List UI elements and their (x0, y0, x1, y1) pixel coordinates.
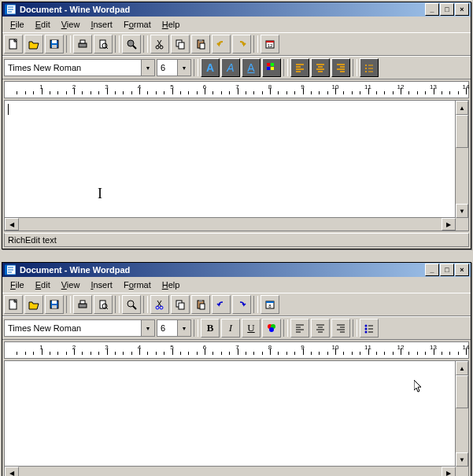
paste-button[interactable] (191, 295, 210, 314)
wordpad-window-2: Document - Wine Wordpad _ □ × File Edit … (2, 262, 471, 476)
svg-rect-37 (52, 301, 57, 304)
align-left-button[interactable] (290, 319, 309, 338)
menu-file[interactable]: File (6, 279, 29, 291)
svg-rect-4 (52, 40, 57, 43)
underline-button[interactable]: U (242, 319, 261, 338)
svg-rect-25 (267, 67, 270, 70)
bold-button[interactable]: A (201, 58, 220, 77)
ruler[interactable]: 1234567891011121314 (4, 341, 469, 359)
print-button[interactable] (73, 295, 92, 314)
font-combo[interactable]: Times New Roman ▼ (4, 59, 155, 76)
wordpad-icon (4, 264, 17, 276)
open-button[interactable] (24, 295, 43, 314)
maximize-button[interactable]: □ (440, 264, 454, 276)
save-button[interactable] (45, 35, 64, 54)
align-left-button[interactable] (290, 58, 309, 77)
text-editor[interactable]: ▲▼ ◀▶ (4, 360, 469, 476)
close-button[interactable]: × (455, 264, 469, 276)
hscrollbar[interactable]: ◀▶ (5, 466, 456, 476)
svg-rect-49 (179, 303, 184, 309)
close-button[interactable]: × (455, 3, 469, 16)
svg-point-63 (365, 331, 368, 334)
paste-button[interactable] (191, 35, 210, 54)
bold-button[interactable]: B (201, 319, 220, 338)
vscrollbar[interactable]: ▲▼ (455, 101, 468, 231)
find-button[interactable] (122, 295, 141, 314)
svg-line-43 (106, 308, 108, 309)
print-button[interactable] (73, 35, 92, 54)
italic-button[interactable]: A (221, 58, 240, 77)
minimize-button[interactable]: _ (425, 3, 439, 16)
arrow-cursor-icon (414, 380, 423, 394)
preview-button[interactable] (94, 295, 113, 314)
menu-view[interactable]: View (57, 18, 85, 31)
menu-insert[interactable]: Insert (86, 279, 117, 291)
svg-point-44 (127, 301, 134, 307)
size-value: 6 (157, 63, 177, 72)
menu-edit[interactable]: Edit (31, 18, 55, 31)
svg-rect-52 (200, 304, 205, 309)
menu-edit[interactable]: Edit (31, 279, 55, 291)
save-button[interactable] (45, 295, 64, 314)
align-center-button[interactable] (311, 58, 330, 77)
cut-button[interactable] (150, 35, 169, 54)
italic-button[interactable]: I (221, 319, 240, 338)
vscrollbar[interactable]: ▲▼ (455, 361, 468, 476)
new-button[interactable] (4, 35, 23, 54)
menu-file[interactable]: File (6, 18, 29, 31)
wordpad-window-1: Document - Wine Wordpad _ □ × File Edit … (2, 2, 471, 249)
menu-format[interactable]: Format (119, 279, 156, 291)
svg-point-27 (365, 65, 367, 66)
menu-help[interactable]: Help (157, 279, 185, 291)
chevron-down-icon[interactable]: ▼ (141, 320, 154, 336)
bullets-button[interactable] (360, 319, 379, 338)
size-combo[interactable]: 6 ▼ (157, 59, 191, 76)
svg-rect-5 (52, 45, 57, 48)
redo-button[interactable] (232, 35, 251, 54)
svg-line-12 (133, 46, 136, 49)
titlebar[interactable]: Document - Wine Wordpad _ □ × (2, 2, 471, 17)
chevron-down-icon[interactable]: ▼ (141, 60, 154, 76)
font-combo[interactable]: Times New Roman ▼ (4, 319, 155, 337)
hscrollbar[interactable]: ◀▶ (5, 217, 456, 231)
find-button[interactable] (122, 35, 141, 54)
copy-button[interactable] (171, 295, 190, 314)
titlebar[interactable]: Document - Wine Wordpad _ □ × (2, 263, 471, 277)
bullets-button[interactable] (360, 58, 379, 77)
preview-button[interactable] (94, 35, 113, 54)
svg-rect-26 (271, 67, 274, 70)
wordpad-icon (4, 3, 17, 16)
date-button[interactable]: 8 (261, 295, 279, 314)
size-combo[interactable]: 6 ▼ (157, 319, 191, 337)
align-right-button[interactable] (331, 58, 350, 77)
copy-button[interactable] (171, 35, 190, 54)
menu-insert[interactable]: Insert (86, 18, 117, 31)
align-center-button[interactable] (311, 319, 330, 338)
menu-view[interactable]: View (57, 279, 85, 291)
date-button[interactable]: 12 (261, 35, 279, 54)
svg-point-11 (127, 40, 134, 46)
chevron-down-icon[interactable]: ▼ (177, 60, 190, 76)
color-button[interactable] (262, 319, 281, 338)
redo-button[interactable] (232, 295, 251, 314)
main-toolbar: 12 (2, 32, 471, 56)
svg-point-31 (365, 71, 367, 72)
chevron-down-icon[interactable]: ▼ (177, 320, 190, 336)
svg-rect-39 (79, 304, 87, 308)
maximize-button[interactable]: □ (440, 3, 454, 16)
underline-button[interactable]: A (242, 58, 261, 77)
text-editor[interactable]: I ▲▼ ◀▶ (4, 100, 469, 231)
svg-rect-40 (80, 301, 85, 304)
cut-button[interactable] (150, 295, 169, 314)
minimize-button[interactable]: _ (425, 264, 439, 276)
align-right-button[interactable] (331, 319, 350, 338)
menu-help[interactable]: Help (157, 18, 185, 31)
undo-button[interactable] (212, 295, 231, 314)
menu-format[interactable]: Format (119, 18, 156, 31)
color-button[interactable] (262, 58, 281, 77)
new-button[interactable] (4, 295, 23, 314)
open-button[interactable] (24, 35, 43, 54)
ruler[interactable]: 1234567891011121314 (4, 81, 469, 98)
font-value: Times New Roman (5, 323, 141, 333)
undo-button[interactable] (212, 35, 231, 54)
